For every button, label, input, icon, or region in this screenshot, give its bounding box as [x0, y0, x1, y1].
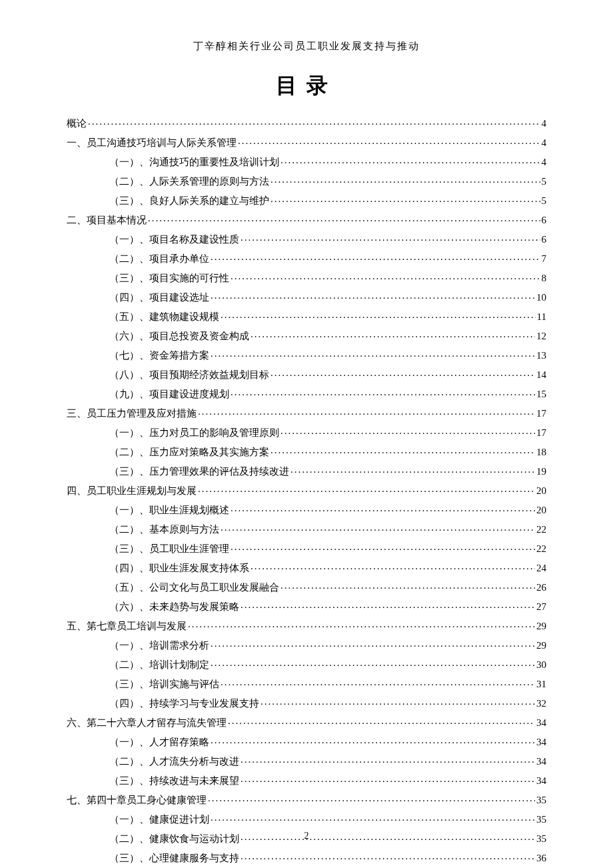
toc-leader-dots [241, 600, 535, 610]
toc-entry[interactable]: （二）、项目承办单位7 [67, 248, 546, 267]
toc-entry-page: 15 [536, 389, 546, 399]
toc-entry-label: （五）、公司文化与员工职业发展融合 [109, 583, 279, 593]
toc-entry-page: 13 [536, 351, 546, 361]
table-of-contents: 概论4一、员工沟通技巧培训与人际关系管理4（一）、沟通技巧的重要性及培训计划4（… [67, 113, 546, 868]
toc-entry[interactable]: （一）、培训需求分析29 [67, 635, 546, 654]
toc-entry-page: 14 [536, 370, 546, 380]
toc-leader-dots [208, 793, 535, 803]
toc-entry[interactable]: （二）、人际关系管理的原则与方法5 [67, 171, 546, 190]
toc-leader-dots [251, 561, 535, 571]
toc-entry[interactable]: （六）、未来趋势与发展策略27 [67, 596, 546, 615]
toc-entry-label: （七）、资金筹措方案 [109, 351, 209, 361]
toc-entry[interactable]: （一）、健康促进计划35 [67, 809, 546, 828]
toc-entry[interactable]: （三）、项目实施的可行性8 [67, 267, 546, 287]
toc-entry-page: 34 [536, 718, 546, 728]
toc-leader-dots [211, 349, 535, 359]
toc-entry-label: 七、第四十章员工身心健康管理 [67, 795, 207, 805]
toc-entry[interactable]: （三）、员工职业生涯管理22 [67, 538, 546, 557]
toc-entry[interactable]: （四）、持续学习与专业发展支持32 [67, 693, 546, 712]
toc-entry[interactable]: （一）、人才留存策略34 [67, 731, 546, 751]
toc-entry[interactable]: （二）、培训计划制定30 [67, 654, 546, 673]
toc-entry-label: （一）、培训需求分析 [109, 641, 209, 651]
toc-entry-label: （三）、良好人际关系的建立与维护 [109, 196, 269, 206]
toc-entry-label: （一）、职业生涯规划概述 [109, 505, 229, 515]
toc-leader-dots [281, 581, 535, 591]
toc-entry[interactable]: （二）、人才流失分析与改进34 [67, 751, 546, 770]
toc-entry[interactable]: 四、员工职业生涯规划与发展20 [67, 480, 546, 499]
toc-entry-page: 31 [536, 679, 546, 689]
toc-entry[interactable]: （三）、良好人际关系的建立与维护5 [67, 190, 546, 209]
toc-entry-page: 34 [536, 757, 546, 767]
toc-entry-label: （五）、建筑物建设规模 [109, 312, 219, 322]
toc-entry-page: 35 [536, 815, 546, 825]
toc-leader-dots [271, 368, 535, 378]
toc-entry[interactable]: （四）、项目建设选址10 [67, 287, 546, 306]
toc-entry[interactable]: （三）、心理健康服务与支持36 [67, 847, 546, 867]
toc-entry[interactable]: （一）、压力对员工的影响及管理原则17 [67, 422, 546, 441]
toc-leader-dots [228, 716, 535, 726]
toc-entry-label: 一、员工沟通技巧培训与人际关系管理 [67, 138, 237, 148]
toc-leader-dots [148, 213, 540, 223]
toc-leader-dots [231, 503, 535, 513]
toc-entry[interactable]: 五、第七章员工培训与发展29 [67, 615, 546, 635]
toc-entry-page: 29 [536, 621, 546, 631]
toc-entry-page: 17 [536, 409, 546, 419]
toc-entry-label: 六、第二十六章人才留存与流失管理 [67, 718, 227, 728]
toc-entry[interactable]: （二）、压力应对策略及其实施方案18 [67, 441, 546, 461]
toc-leader-dots [231, 271, 540, 281]
toc-leader-dots [241, 755, 535, 765]
toc-entry[interactable]: （四）、职业生涯发展支持体系24 [67, 557, 546, 577]
toc-entry[interactable]: （三）、培训实施与评估31 [67, 673, 546, 693]
toc-entry[interactable]: （一）、项目名称及建设性质6 [67, 229, 546, 248]
toc-leader-dots [241, 774, 535, 784]
toc-entry-label: （一）、项目名称及建设性质 [109, 235, 239, 245]
toc-title: 目录 [67, 71, 546, 101]
toc-leader-dots [221, 677, 535, 687]
toc-entry[interactable]: 七、第四十章员工身心健康管理35 [67, 789, 546, 809]
toc-entry[interactable]: （二）、基本原则与方法22 [67, 519, 546, 538]
toc-leader-dots [211, 813, 535, 823]
toc-leader-dots [281, 155, 540, 165]
toc-leader-dots [88, 117, 540, 127]
toc-entry[interactable]: （三）、持续改进与未来展望34 [67, 770, 546, 789]
toc-entry-label: （四）、职业生涯发展支持体系 [109, 563, 249, 573]
toc-entry[interactable]: （五）、公司文化与员工职业发展融合26 [67, 577, 546, 596]
toc-entry-label: （八）、项目预期经济效益规划目标 [109, 370, 269, 380]
toc-leader-dots [251, 329, 535, 339]
toc-entry-page: 8 [542, 273, 547, 283]
toc-entry-label: 四、员工职业生涯规划与发展 [67, 486, 197, 496]
toc-entry-label: （二）、培训计划制定 [109, 660, 209, 670]
toc-entry-page: 11 [537, 312, 546, 322]
toc-entry[interactable]: （三）、压力管理效果的评估及持续改进19 [67, 461, 546, 480]
toc-entry-page: 18 [536, 447, 546, 457]
toc-entry[interactable]: （一）、沟通技巧的重要性及培训计划4 [67, 151, 546, 171]
toc-entry[interactable]: （六）、项目总投资及资金构成12 [67, 325, 546, 345]
toc-leader-dots [211, 291, 535, 301]
toc-entry-label: （一）、健康促进计划 [109, 815, 209, 825]
toc-leader-dots [211, 639, 535, 649]
toc-entry[interactable]: 三、员工压力管理及应对措施17 [67, 403, 546, 422]
toc-leader-dots [238, 136, 540, 146]
toc-entry[interactable]: （七）、资金筹措方案13 [67, 345, 546, 364]
toc-entry[interactable]: 二、项目基本情况6 [67, 209, 546, 229]
toc-entry-page: 19 [536, 467, 546, 477]
toc-entry-page: 26 [536, 583, 546, 593]
toc-entry-label: （六）、未来趋势与发展策略 [109, 602, 239, 612]
toc-leader-dots [281, 426, 535, 436]
toc-entry[interactable]: （一）、职业生涯规划概述20 [67, 499, 546, 519]
toc-entry[interactable]: （九）、项目建设进度规划15 [67, 383, 546, 403]
toc-leader-dots [188, 619, 535, 629]
toc-entry-label: 概论 [67, 119, 87, 129]
toc-entry[interactable]: （八）、项目预期经济效益规划目标14 [67, 364, 546, 383]
toc-entry[interactable]: （五）、建筑物建设规模11 [67, 306, 546, 325]
toc-entry-page: 30 [536, 660, 546, 670]
toc-entry[interactable]: 概论4 [67, 113, 546, 132]
toc-entry-page: 5 [542, 177, 547, 187]
toc-entry[interactable]: 一、员工沟通技巧培训与人际关系管理4 [67, 132, 546, 151]
toc-entry-label: （三）、压力管理效果的评估及持续改进 [109, 467, 289, 477]
toc-leader-dots [231, 542, 535, 552]
toc-entry-page: 35 [536, 795, 546, 805]
toc-entry-label: （一）、人才留存策略 [109, 737, 209, 747]
toc-entry[interactable]: 六、第二十六章人才留存与流失管理34 [67, 712, 546, 731]
toc-entry-page: 4 [542, 119, 547, 129]
